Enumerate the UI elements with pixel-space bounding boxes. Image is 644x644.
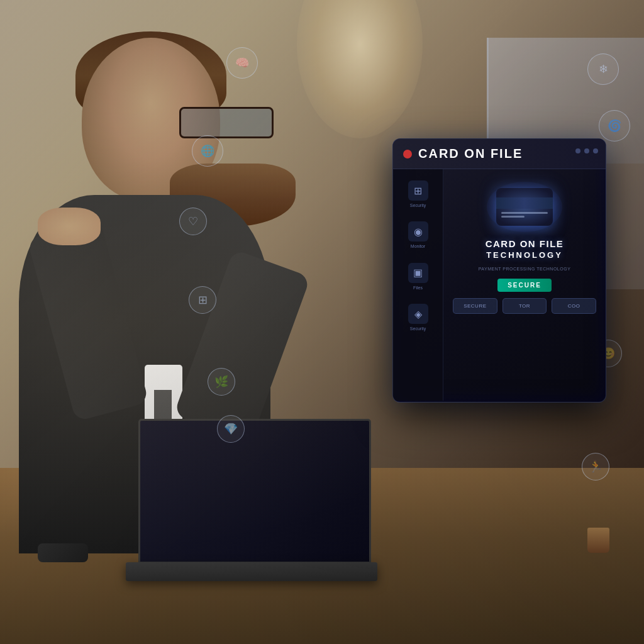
panel-close-button[interactable] — [403, 150, 412, 158]
sidebar-item-security2[interactable]: ◈ Security — [393, 299, 443, 336]
sidebar-label-security2: Security — [410, 326, 426, 331]
panel-body: ⊞ Security ◉ Monitor ▣ Files ◈ Security — [393, 169, 606, 401]
credit-card-icon — [496, 188, 553, 226]
person-hand-chin — [38, 208, 101, 245]
action-btn-coo[interactable]: COO — [552, 298, 596, 314]
sidebar-item-security[interactable]: ⊞ Security — [393, 175, 443, 213]
sidebar-label-files: Files — [413, 286, 423, 291]
sidebar-icon-grid: ⊞ — [408, 180, 428, 201]
panel-main-content: CARD ON FILE TECHNOLOGY PAYMENT PROCESSI… — [443, 169, 606, 401]
panel-stats — [575, 148, 598, 153]
action-btn-secure[interactable]: SECURE — [453, 298, 497, 314]
sidebar-icon-monitor: ◉ — [408, 221, 428, 242]
laptop-screen — [138, 419, 371, 564]
stat-dot-1 — [575, 148, 580, 153]
sidebar-label-monitor: Monitor — [411, 244, 425, 249]
sidebar-item-files[interactable]: ▣ Files — [393, 258, 443, 296]
sidebar-label-security: Security — [410, 203, 426, 208]
secure-badge[interactable]: SECURE — [497, 279, 552, 292]
card-line-2 — [501, 216, 525, 218]
card-stripe — [496, 197, 553, 209]
card-line-1 — [501, 212, 548, 214]
action-btn-tor[interactable]: TOR — [502, 298, 547, 314]
card-lines — [501, 212, 548, 218]
stat-dot-2 — [584, 148, 589, 153]
coffee-cup — [587, 528, 609, 553]
laptop-base — [126, 562, 377, 581]
panel-title: CARD ON FILE — [418, 147, 523, 161]
person-head — [82, 38, 220, 201]
sidebar-item-monitor[interactable]: ◉ Monitor — [393, 216, 443, 254]
panel-header: CARD ON FILE — [393, 139, 606, 169]
card-on-file-panel: CARD ON FILE ⊞ Security ◉ Monitor ▣ File… — [392, 138, 606, 402]
main-card-title: CARD ON FILE TECHNOLOGY — [486, 238, 564, 260]
panel-sidebar: ⊞ Security ◉ Monitor ▣ Files ◈ Security — [393, 169, 443, 401]
sidebar-icon-files: ▣ — [408, 263, 428, 283]
action-buttons-group: SECURE TOR COO — [453, 298, 596, 314]
sidebar-icon-security2: ◈ — [408, 304, 428, 324]
main-subtitle: PAYMENT PROCESSING TECHNOLOGY — [479, 266, 571, 272]
person-glasses — [179, 107, 274, 138]
phone — [38, 543, 88, 562]
card-icon-container — [487, 182, 562, 232]
stat-dot-3 — [593, 148, 598, 153]
